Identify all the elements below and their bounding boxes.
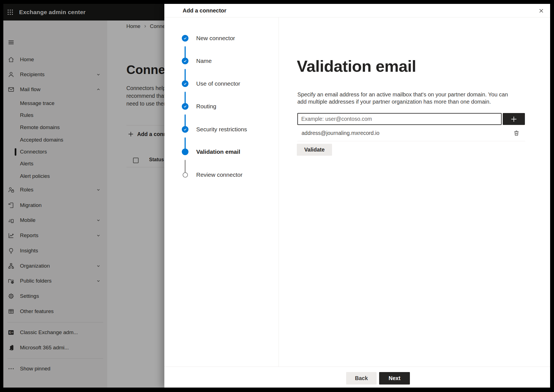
checkmark-icon xyxy=(183,59,187,63)
next-button[interactable]: Next xyxy=(379,372,410,385)
validation-email-input[interactable] xyxy=(297,113,502,125)
step-routing: Routing xyxy=(182,103,216,110)
step-completed-icon xyxy=(182,126,188,133)
close-icon xyxy=(538,7,545,14)
validate-button[interactable]: Validate xyxy=(297,144,332,156)
step-new-connector: New connector xyxy=(182,34,235,42)
step-security-restrictions: Security restrictions xyxy=(182,125,247,133)
step-name: Name xyxy=(182,57,212,65)
validation-address-row: address@journaling.mxrecord.io xyxy=(297,125,525,141)
add-connector-dialog: Add a connector New connector Name U xyxy=(164,4,550,388)
checkmark-icon xyxy=(183,82,187,86)
trash-icon xyxy=(513,130,520,137)
dialog-title: Add a connector xyxy=(183,7,226,14)
step-use-of-connector: Use of connector xyxy=(182,80,240,88)
back-button[interactable]: Back xyxy=(346,372,377,385)
dialog-header: Add a connector xyxy=(164,4,550,17)
plus-icon xyxy=(510,115,518,123)
checkmark-icon xyxy=(183,36,187,40)
delete-address-button[interactable] xyxy=(511,128,521,138)
step-validation-email: Validation email xyxy=(182,148,240,156)
stepper-content-divider xyxy=(279,17,279,367)
step-completed-icon xyxy=(182,35,188,42)
close-button[interactable] xyxy=(536,5,547,16)
screenshot-root: Exchange admin center Home Recipients Ma… xyxy=(0,0,554,392)
validation-address: address@journaling.mxrecord.io xyxy=(302,130,379,136)
exchange-admin-app: Exchange admin center Home Recipients Ma… xyxy=(3,4,550,388)
step-completed-icon xyxy=(182,103,188,110)
step-completed-icon xyxy=(182,80,188,87)
checkmark-icon xyxy=(183,127,187,131)
step-completed-icon xyxy=(182,58,188,64)
panel-description: Specify an email address for an active m… xyxy=(297,91,510,105)
panel-heading: Validation email xyxy=(297,57,416,75)
checkmark-icon xyxy=(183,104,187,108)
step-upcoming-icon xyxy=(183,172,188,178)
dialog-footer: Back Next xyxy=(164,367,550,388)
step-current-icon xyxy=(182,148,188,155)
add-email-button[interactable] xyxy=(503,113,525,125)
step-review-connector: Review connector xyxy=(182,171,242,179)
